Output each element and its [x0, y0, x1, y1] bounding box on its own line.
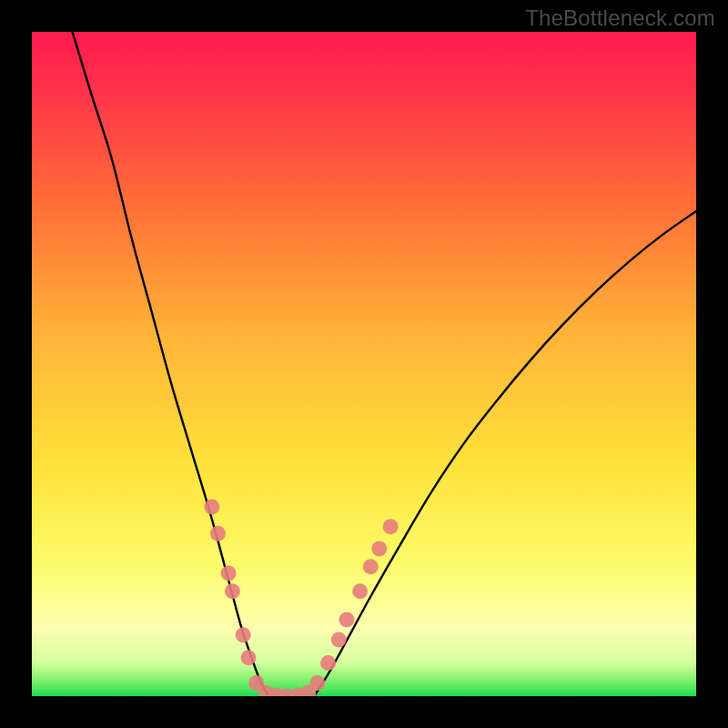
data-point	[204, 499, 219, 514]
data-point	[352, 583, 368, 599]
data-point	[236, 627, 251, 642]
data-point	[221, 565, 237, 581]
data-point	[320, 655, 336, 671]
data-point	[331, 632, 347, 647]
data-point	[371, 541, 387, 556]
data-point	[339, 612, 355, 628]
watermark-text: TheBottleneck.com	[525, 5, 715, 31]
data-point	[240, 650, 256, 665]
data-point	[383, 519, 399, 534]
data-point	[363, 559, 379, 574]
data-point	[225, 583, 240, 599]
data-point	[210, 526, 226, 541]
plot-area	[32, 32, 696, 696]
chart-frame: TheBottleneck.com	[0, 0, 728, 728]
plot-svg	[32, 32, 696, 696]
